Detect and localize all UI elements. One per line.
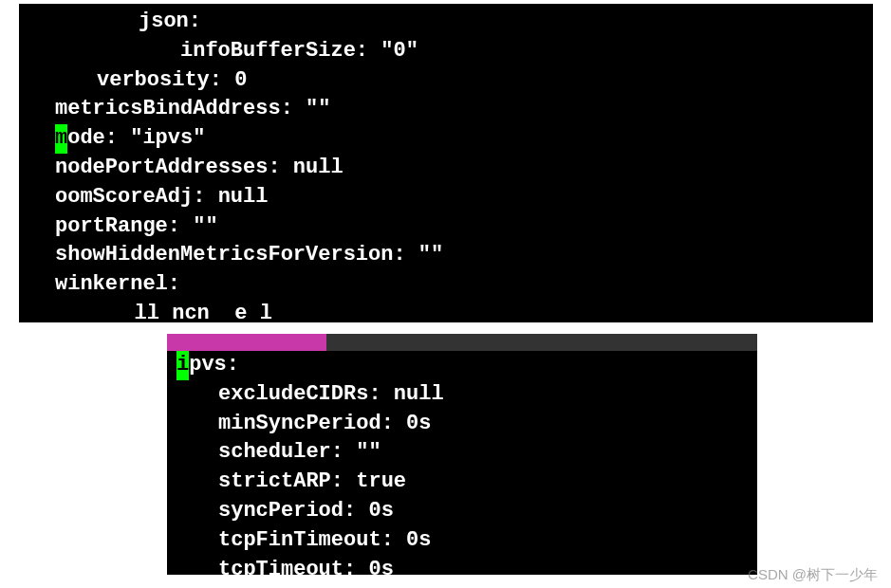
terminal-bottom: ipvs: excludeCIDRs: null minSyncPeriod: … — [167, 334, 757, 575]
config-line: strictARP: true — [167, 468, 757, 497]
config-line: verbosity: 0 — [19, 66, 873, 96]
cursor-icon: m — [55, 124, 67, 154]
config-text: ode: "ipvs" — [67, 126, 205, 150]
config-line: nodePortAddresses: null — [19, 154, 873, 183]
config-line-partial: tcpTimeout: 0s — [167, 556, 757, 575]
config-line-cursor: mode: "ipvs" — [19, 124, 873, 154]
cursor-icon: i — [176, 351, 189, 380]
config-line: winkernel: — [19, 270, 873, 300]
watermark-text: CSDN @树下一少年 — [748, 566, 878, 584]
config-line: scheduler: "" — [167, 438, 757, 468]
config-line: showHiddenMetricsForVersion: "" — [19, 241, 873, 270]
config-line: tcpFinTimeout: 0s — [167, 526, 757, 556]
config-line-partial: ll ncn e l — [19, 300, 873, 322]
terminal-top: json: infoBufferSize: "0" verbosity: 0 m… — [19, 4, 873, 322]
config-line: portRange: "" — [19, 212, 873, 242]
config-line: metricsBindAddress: "" — [19, 95, 873, 124]
terminal-titlebar — [167, 334, 757, 351]
config-line: json: — [19, 8, 873, 37]
config-line: oomScoreAdj: null — [19, 183, 873, 212]
config-line-cursor: ipvs: — [167, 351, 757, 380]
config-line: excludeCIDRs: null — [167, 380, 757, 410]
config-line: minSyncPeriod: 0s — [167, 410, 757, 439]
config-text: pvs: — [189, 353, 239, 377]
config-line: syncPeriod: 0s — [167, 497, 757, 526]
config-line: infoBufferSize: "0" — [19, 37, 873, 66]
